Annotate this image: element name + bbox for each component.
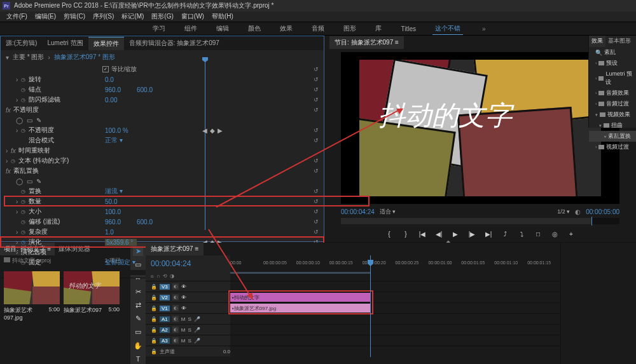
menu-clip[interactable]: 剪辑(C): [60, 12, 89, 21]
reset-icon[interactable]: ↺: [314, 127, 319, 133]
stopwatch-icon[interactable]: ◷: [21, 209, 29, 215]
effect-item-turbulent[interactable]: ▫紊乱置换: [589, 131, 636, 142]
track-a2[interactable]: [230, 324, 560, 335]
play-button[interactable]: ▶: [450, 229, 461, 239]
reset-icon[interactable]: ↺: [314, 219, 319, 225]
go-to-out-button[interactable]: ▶|: [483, 229, 494, 239]
reset-icon[interactable]: ↺: [314, 168, 319, 174]
clip-video[interactable]: ▪ 抽象派艺术097.jpg: [230, 304, 370, 313]
text-layer-group[interactable]: ›◷ 文本 (抖动的文字) ↺: [1, 156, 324, 166]
resolution-dropdown[interactable]: 1/2 ▾: [557, 208, 570, 215]
slip-tool[interactable]: ⇄: [133, 300, 143, 310]
rectangle-tool[interactable]: ▭: [133, 327, 143, 337]
timeline-timecode[interactable]: 00:00:04:24: [151, 259, 191, 268]
antiflicker-value[interactable]: 0.00: [105, 97, 137, 104]
ws-titles[interactable]: Titles: [398, 24, 418, 34]
ws-libraries[interactable]: 库: [373, 23, 384, 34]
marker-icon[interactable]: ⟲: [163, 273, 167, 279]
ws-overflow-icon[interactable]: »: [482, 25, 486, 32]
ws-custom[interactable]: 这个不错: [432, 23, 463, 35]
track-head-master[interactable]: 🔒主声道0.0: [146, 346, 230, 356]
playhead-icon[interactable]: [202, 57, 208, 62]
tab-essential-graphics[interactable]: 基本图形: [605, 36, 633, 47]
reset-icon[interactable]: ↺: [314, 97, 319, 103]
track-master[interactable]: [230, 346, 560, 356]
extract-button[interactable]: ⤵: [516, 229, 527, 239]
turbulent-group[interactable]: fx 紊乱置换 ↺: [1, 166, 324, 176]
effects-folder[interactable]: ›视频过渡: [589, 142, 636, 152]
step-forward-button[interactable]: |▶: [466, 229, 478, 239]
program-timecode[interactable]: 00:00:04:24: [341, 208, 375, 215]
track-a1[interactable]: [230, 313, 560, 324]
reset-icon[interactable]: ↺: [314, 198, 319, 205]
chevron-down-icon[interactable]: ▾: [6, 54, 9, 61]
comparison-button[interactable]: ◎: [549, 229, 560, 239]
mark-in-button[interactable]: {: [384, 229, 395, 239]
tab-lumetri[interactable]: Lumetri 范围: [42, 37, 88, 50]
effects-folder[interactable]: ›预设: [589, 58, 636, 69]
track-head-a2[interactable]: 🔒A2◐MS🎤: [146, 324, 230, 335]
reset-icon[interactable]: ↺: [314, 188, 319, 194]
ellipse-mask-icon[interactable]: ◯: [16, 178, 23, 185]
ellipse-mask-icon[interactable]: ◯: [16, 117, 23, 124]
stopwatch-icon[interactable]: ◷: [21, 189, 29, 194]
track-head-v2[interactable]: 🔒V2◐👁: [146, 292, 230, 302]
stopwatch-icon[interactable]: ◷: [21, 97, 29, 103]
program-scrubber[interactable]: [341, 218, 619, 224]
stopwatch-icon[interactable]: ◷: [21, 239, 29, 245]
program-tab[interactable]: 节目: 抽象派艺术097 ≡: [329, 36, 404, 49]
track-v2[interactable]: ▪ 抖动的文字: [230, 292, 560, 302]
sequence-tab[interactable]: 抽象派艺术097 ≡: [146, 243, 204, 255]
menu-edit[interactable]: 编辑(E): [31, 12, 60, 21]
reset-icon[interactable]: ↺: [314, 66, 319, 72]
tab-effect-controls[interactable]: 效果控件: [88, 37, 124, 50]
menu-graphics[interactable]: 图形(G): [148, 12, 177, 21]
fit-dropdown[interactable]: 适合 ▾: [380, 208, 396, 216]
reset-icon[interactable]: ↺: [314, 76, 319, 83]
amount-value[interactable]: 50.0: [105, 198, 137, 205]
type-tool[interactable]: T: [133, 354, 143, 364]
tab-effects[interactable]: 效果: [589, 36, 605, 47]
uniform-scale-checkbox[interactable]: ✓: [102, 66, 109, 72]
mark-out-button[interactable]: }: [400, 229, 411, 239]
anchor-y-value[interactable]: 600.0: [137, 86, 169, 93]
rect-mask-icon[interactable]: ▭: [27, 117, 32, 124]
reset-icon[interactable]: ↺: [314, 86, 319, 93]
snap-icon[interactable]: ⎄: [151, 273, 154, 279]
menu-help[interactable]: 帮助(H): [208, 12, 237, 21]
reset-icon[interactable]: ↺: [314, 158, 319, 164]
export-frame-button[interactable]: □: [532, 229, 544, 239]
effects-folder[interactable]: ›音频过渡: [589, 98, 636, 109]
effects-folder[interactable]: ▾扭曲: [589, 120, 636, 131]
pen-tool[interactable]: ✎: [133, 314, 143, 323]
evolution-value[interactable]: 5x359.6 °: [105, 239, 137, 246]
track-head-a1[interactable]: 🔒A1◐MS🎤: [146, 313, 230, 324]
track-v1[interactable]: ▪ 抽象派艺术097.jpg: [230, 302, 560, 313]
settings-icon[interactable]: ◐: [575, 208, 581, 215]
add-keyframe-icon[interactable]: ◆: [210, 127, 215, 134]
track-head-v3[interactable]: 🔒V3◐👁: [146, 281, 230, 292]
blend-dropdown[interactable]: 正常 ▾: [105, 136, 137, 145]
offset-x-value[interactable]: 960.0: [105, 219, 137, 226]
stopwatch-icon[interactable]: ◷: [21, 219, 29, 225]
stopwatch-icon[interactable]: ◷: [21, 128, 29, 133]
settings-icon[interactable]: ◑: [170, 273, 174, 279]
ws-color[interactable]: 颜色: [245, 23, 263, 34]
timeline-playhead[interactable]: [370, 255, 371, 357]
reset-icon[interactable]: ↺: [314, 208, 319, 215]
stopwatch-icon[interactable]: ◷: [11, 158, 18, 164]
tab-source[interactable]: 源:(无剪辑): [1, 37, 42, 50]
time-remap-group[interactable]: › fx 时间重映射: [1, 145, 324, 156]
reset-icon[interactable]: ↺: [314, 229, 319, 235]
timeline-ruler[interactable]: 00:0000:00:00:0500:00:00:1000:00:00:1500…: [230, 255, 560, 281]
prev-keyframe-icon[interactable]: ◀: [202, 127, 207, 134]
go-to-in-button[interactable]: |◀: [417, 229, 428, 239]
project-item[interactable]: 抖动的文字 抽象派艺术0975:00: [64, 271, 120, 321]
ws-audio[interactable]: 音频: [309, 23, 327, 34]
effects-folder[interactable]: ›音频效果: [589, 88, 636, 98]
stopwatch-icon[interactable]: ◷: [21, 260, 29, 266]
size-value[interactable]: 100.0: [105, 208, 137, 215]
ws-learn[interactable]: 学习: [150, 23, 168, 34]
reset-icon[interactable]: ↺: [314, 107, 319, 113]
button-editor[interactable]: +: [565, 229, 577, 239]
